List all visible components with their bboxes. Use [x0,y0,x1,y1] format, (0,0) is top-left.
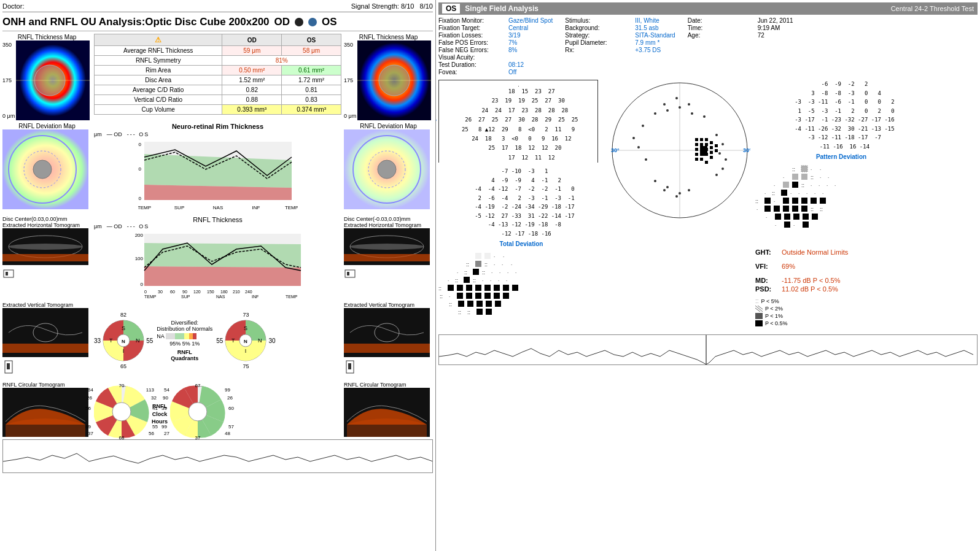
svg-text:·: · [793,223,795,228]
td-row-8: -12 -17 -18 -16 [438,230,604,239]
svg-text:S: S [122,325,125,331]
sym-val: 81% [222,56,341,66]
scale-350-os: 350 [344,42,356,48]
svg-rect-179 [705,161,708,164]
od-header: OD [222,34,282,46]
fovea-label: Fovea: [438,69,506,75]
visual-acuity-row: Visual Acuity: [438,54,553,61]
os-circle-icon [308,18,317,26]
scale-0: 0 μm [2,113,15,119]
svg-rect-72 [189,333,193,339]
svg-rect-145 [486,309,492,315]
pd-row-2: 3 -8 -8 -3 0 4 [755,90,927,98]
td-row-5: -4 -19 -2 -24 -34 -29 -18 -17 [438,203,604,212]
pd-row-3: -3 -3 -11 -6 -1 0 0 2 [755,98,927,107]
svg-rect-134 [494,293,500,299]
vfi-label: VFI: [755,263,777,270]
svg-rect-176 [710,156,713,159]
age-row: Age: 72 [688,32,793,39]
svg-rect-29 [4,270,14,277]
svg-point-185 [715,174,718,176]
rnfl-map-od-box: RNFL Thickness Map 350 175 0 μm [2,34,91,120]
svg-rect-236 [801,206,807,212]
svg-point-9 [33,160,52,179]
svg-text:·: · [507,270,508,276]
pupil-row: Pupil Diameter: 7.9 mm * [565,39,675,46]
disc-os-val: 1.72 mm² [282,75,341,85]
svg-rect-121 [457,285,463,291]
extracted-horiz-os: Extracted Horizontal Tomogram [344,222,433,228]
quad-os-top: 73 [243,312,249,318]
svg-text:30°: 30° [743,147,750,153]
time-val: 9:19 AM [758,25,780,31]
vf-threshold-grid: 18 15 23 27 23 19 19 25 27 30 24 24 17 2… [438,80,598,163]
pattern-dev-label: Pattern Deviation [755,153,927,160]
total-dev-symbols: · · :: :: · · · [438,250,604,331]
svg-rect-56 [347,272,349,276]
pattern-dev-symbols: :: · · · :: · · [755,163,927,244]
clock-od-9: 56 [85,406,91,411]
svg-text:·: · [506,278,507,283]
svg-text:::: :: [467,309,470,315]
vfi-row: VFI: 69% [755,263,927,270]
ght-stats: GHT: Outside Normal Limits VFI: 69% MD: … [755,249,927,326]
ght-row: GHT: Outside Normal Limits [755,249,927,256]
clock-section: 70 113 64 41 56 68 56 37 55 89 32 26 RNF… [94,382,341,439]
stimulus-label: Stimulus: [565,17,632,24]
clock-od-11: 64 [88,387,93,393]
clock-od-2: 32 [151,395,157,401]
main-container: Doctor: Signal Strength: 8/10 8/10 ONH a… [0,0,980,551]
date-label: Date: [688,17,755,24]
test-duration-val: 08:12 [508,61,524,68]
svg-text:::: :: [438,285,441,291]
svg-rect-241 [784,214,790,220]
svg-rect-229 [811,198,817,204]
false-neg-label: False NEG Errors: [438,47,506,53]
od-circle-icon [295,18,303,26]
vf-scatter-svg: 30° 30° [609,80,750,221]
table-row-disc: Disc Area 1.52 mm² 1.72 mm² [95,75,341,85]
svg-text:S: S [244,325,247,331]
svg-text:::: :: [772,190,775,196]
svg-rect-135 [503,293,509,299]
quad-od-container: 82 33 [94,312,153,369]
dev-map-os-label: RNFL Deviation Map [344,123,433,129]
doctor-label: Doctor: [2,2,24,10]
clock-os-svg [170,384,225,439]
svg-rect-73 [193,333,196,339]
svg-rect-160 [700,138,703,141]
svg-rect-159 [695,138,698,141]
svg-point-88 [112,403,131,421]
ght-spacer [755,258,927,263]
false-pos-val: 7% [508,39,517,46]
scale-0-os: 0 μm [344,113,356,119]
svg-rect-58 [2,344,88,353]
rnfl-map-os-label: RNFL Thickness Map [344,34,433,40]
onhrnfl-title: ONH and RNFL OU Analysis:Optic Disc Cube… [2,15,433,31]
td-row-4: 2 -6 -4 2 -3 -1 -3 -1 [438,195,604,203]
row3: Disc Center(0.03,0.00)mm Extracted Horiz… [2,216,433,299]
table-section: ⚠ OD OS Average RNFL Thickness 59 μm 58 … [94,34,341,120]
total-dev-label: Total Deviation [438,241,604,247]
quad-os-left: 55 [216,337,223,344]
svg-rect-232 [764,206,771,212]
svg-rect-132 [475,293,481,299]
svg-rect-233 [774,206,780,212]
test-duration-label: Test Duration: [438,61,506,68]
psd-label: PSD: [755,285,777,293]
svg-text:·: · [828,175,829,180]
svg-text:INF: INF [252,295,259,298]
clock-os-8: 99 [161,424,167,430]
legend-row-p5: :: P < 5% [755,298,927,304]
deviation-map-od: RNFL Deviation Map [2,123,91,210]
quad-os-right: 30 [268,337,275,344]
svg-rect-82 [344,344,430,353]
svg-text:30: 30 [158,290,163,294]
svg-text:TEMP: TEMP [144,295,157,298]
clock-od-container: 70 113 64 41 56 68 56 37 55 89 32 26 [94,384,149,439]
svg-rect-137 [458,301,464,307]
pct-labels: 95% 5% 1% [157,341,212,347]
svg-rect-234 [783,206,789,212]
svg-rect-61 [7,363,10,369]
svg-point-157 [691,112,693,115]
